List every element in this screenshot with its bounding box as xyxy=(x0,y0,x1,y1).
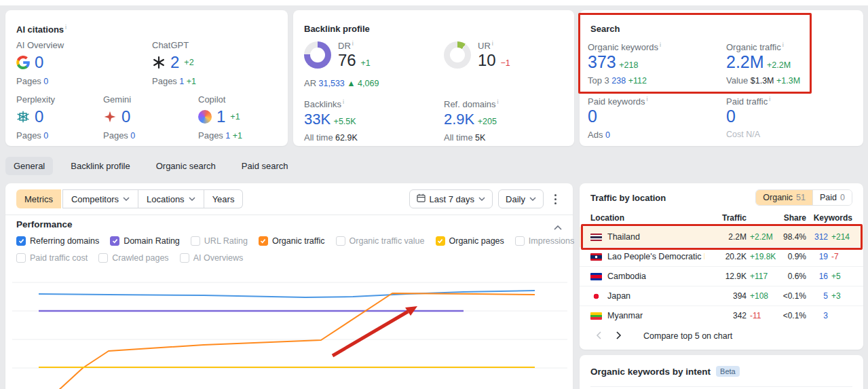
backlinks-value[interactable]: 33K +5.5K xyxy=(304,111,356,128)
organic-paid-toggle: Organic 51 Paid 0 xyxy=(755,189,852,206)
metrics-button[interactable]: Metrics xyxy=(16,189,61,208)
performance-chart[interactable] xyxy=(5,267,573,389)
country-flag-icon xyxy=(590,273,602,280)
perplexity-icon xyxy=(16,110,30,124)
country-flag-icon xyxy=(590,312,602,320)
ai-citation-value[interactable]: 0 xyxy=(103,107,135,126)
organic-keywords-top3: Top 3 238 +112 xyxy=(588,75,647,86)
ai-source-name: Gemini xyxy=(103,94,135,105)
metric-checkbox-row-1: Referring domainsDomain RatingURL Rating… xyxy=(16,236,639,246)
chatgpt-icon xyxy=(152,56,166,69)
info-icon[interactable]: i xyxy=(65,24,67,31)
location-table-body: Thailand2.2M+2.2M98.4%312+214Lao People'… xyxy=(580,227,863,325)
tab-general[interactable]: General xyxy=(5,157,53,175)
ai-pages-line: Pages 1 +1 xyxy=(198,130,242,141)
location-row-japan[interactable]: Japan394+108<0.1%5+3 xyxy=(580,286,863,305)
backlink-profile-title: Backlink profile xyxy=(304,24,370,34)
intent-title: Organic keywords by intentBeta xyxy=(590,366,740,377)
report-tabs: General Backlink profile Organic search … xyxy=(5,157,297,175)
copilot-icon xyxy=(198,110,212,124)
traffic-by-location-card: Traffic by location Organic 51 Paid 0 Lo… xyxy=(580,183,863,350)
locations-dropdown[interactable]: Locations xyxy=(138,189,204,208)
paid-keywords-value[interactable]: 0 xyxy=(588,107,597,126)
metric-checkbox-row-2: Paid traffic costCrawled pagesAI Overvie… xyxy=(16,253,243,263)
metric-checkbox-organic-pages[interactable]: Organic pages xyxy=(436,236,504,246)
metric-checkbox-crawled-pages[interactable]: Crawled pages xyxy=(98,253,168,263)
organic-traffic-value[interactable]: 2.2M +2.2M xyxy=(726,52,791,72)
ai-citations-card: AI citationsi AI Overview0Pages 0ChatGPT… xyxy=(5,10,288,146)
ai-citation-value[interactable]: 1+1 xyxy=(198,107,242,126)
location-row-lao[interactable]: Lao People's Democratic Reput20.2K+19.8K… xyxy=(580,246,863,266)
granularity-dropdown[interactable]: Daily xyxy=(498,189,544,208)
intent-card: Organic keywords by intentBeta xyxy=(580,355,863,389)
ref-domains-value[interactable]: 2.9K +205 xyxy=(444,111,497,128)
top3-link[interactable]: 238 xyxy=(611,76,626,86)
organic-traffic-value-line: Value $1.3M +1.3M xyxy=(726,75,800,86)
country-flag-icon xyxy=(590,293,602,300)
ar-value-link[interactable]: 31,533 xyxy=(319,79,345,88)
organic-keywords-value[interactable]: 373 +218 xyxy=(588,52,638,72)
ur-donut-chart xyxy=(444,41,471,69)
location-row-cambodia[interactable]: Cambodia12.9K+1170.6%16+5 xyxy=(580,266,863,286)
toggle-organic[interactable]: Organic 51 xyxy=(756,190,812,205)
ai-source-name: Copilot xyxy=(198,94,242,105)
performance-card: Metrics Competitors Locations Years Last… xyxy=(5,183,573,389)
ai-citation-item: Gemini0Pages 0 xyxy=(103,94,135,141)
competitors-dropdown[interactable]: Competitors xyxy=(62,189,138,208)
paid-keywords-ads: Ads 0 xyxy=(588,130,610,140)
ref-domains-label: Ref. domainsi xyxy=(444,98,499,109)
ai-pages-line: Pages 0 xyxy=(16,76,64,86)
location-table-header: Location Traffic Share Keywords xyxy=(580,213,863,223)
ai-citations-title: AI citationsi xyxy=(16,24,67,35)
metric-checkbox-organic-traffic-value[interactable]: Organic traffic value xyxy=(336,236,425,246)
chevron-down-icon xyxy=(189,197,195,201)
toggle-paid[interactable]: Paid 0 xyxy=(812,190,852,205)
paid-traffic-label: Paid traffici xyxy=(726,96,770,107)
ai-citation-value[interactable]: 2+2 xyxy=(152,53,196,72)
years-button[interactable]: Years xyxy=(204,189,244,208)
chevron-down-icon xyxy=(123,197,130,201)
search-card: Search Organic keywordsi 373 +218 Top 3 … xyxy=(580,10,863,146)
gemini-icon xyxy=(103,110,117,124)
metric-checkbox-organic-traffic[interactable]: Organic traffic xyxy=(259,236,325,246)
paid-traffic-value[interactable]: 0 xyxy=(726,107,736,126)
ai-citation-value[interactable]: 0 xyxy=(16,53,64,72)
metric-checkbox-url-rating[interactable]: URL Rating xyxy=(191,236,248,246)
metric-checkbox-impressions[interactable]: Impressions xyxy=(515,236,574,246)
calendar-icon xyxy=(417,193,426,204)
ai-citation-value[interactable]: 0 xyxy=(16,107,55,126)
ar-rank: AR 31,533 ▲ 4,069 xyxy=(304,78,379,88)
next-page-icon[interactable] xyxy=(616,330,622,341)
ai-citation-item: Copilot1+1Pages 1 +1 xyxy=(198,94,242,141)
tab-paid-search[interactable]: Paid search xyxy=(233,157,297,175)
prev-page-icon[interactable] xyxy=(596,330,601,341)
metric-checkbox-paid-traffic-cost[interactable]: Paid traffic cost xyxy=(16,253,88,263)
location-row-thailand[interactable]: Thailand2.2M+2.2M98.4%312+214 xyxy=(580,227,863,246)
metric-checkbox-domain-rating[interactable]: Domain Rating xyxy=(110,236,180,246)
date-controls: Last 7 days Daily xyxy=(409,189,562,208)
organic-keywords-label: Organic keywordsi xyxy=(588,41,661,52)
ai-source-name: AI Overview xyxy=(16,40,64,50)
traffic-by-location-title: Traffic by location xyxy=(590,193,666,203)
chevron-down-icon xyxy=(478,197,485,201)
metric-checkbox-ai-overviews[interactable]: AI Overviews xyxy=(180,253,244,263)
date-range-dropdown[interactable]: Last 7 days xyxy=(409,189,493,208)
dr-value: 76 +1 xyxy=(338,51,371,70)
compare-top5-link[interactable]: Compare top 5 on chart xyxy=(643,331,732,341)
collapse-chevron-icon[interactable] xyxy=(554,221,562,234)
ref-domains-alltime: All time 5K xyxy=(444,132,485,143)
location-row-myanmar[interactable]: Myanmar342-11<0.1%3 xyxy=(580,305,863,325)
country-flag-icon xyxy=(590,253,602,261)
more-options-kebab-icon[interactable] xyxy=(549,190,562,208)
divider xyxy=(590,386,852,387)
ur-label: URi xyxy=(478,40,493,51)
metric-checkbox-referring-domains[interactable]: Referring domains xyxy=(16,236,99,246)
ai-citation-item: ChatGPT2+2Pages 1 +1 xyxy=(152,40,196,86)
ai-pages-line: Pages 1 +1 xyxy=(152,76,196,86)
tab-organic-search[interactable]: Organic search xyxy=(148,157,224,175)
organic-traffic-line xyxy=(58,293,535,389)
chevron-down-icon xyxy=(529,197,536,201)
location-pagination: Compare top 5 on chart xyxy=(596,330,732,341)
tab-backlink-profile[interactable]: Backlink profile xyxy=(62,157,138,175)
dr-label: DRi xyxy=(338,40,354,51)
